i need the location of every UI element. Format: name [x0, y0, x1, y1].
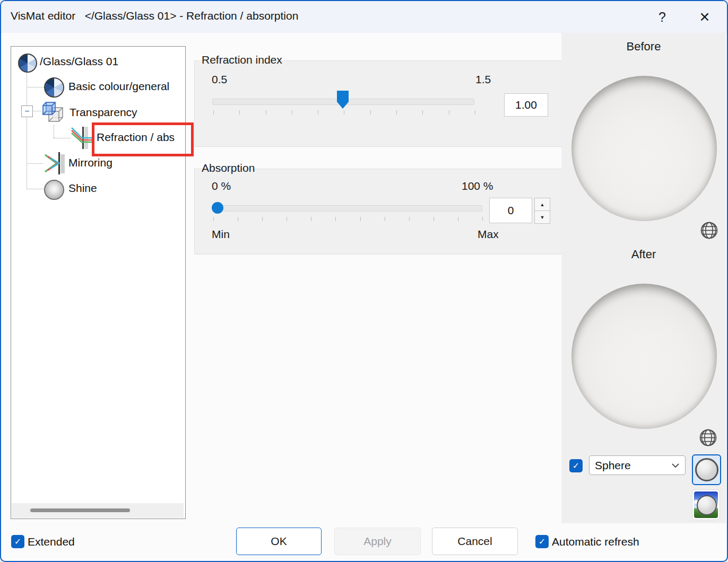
absorption-slider-thumb[interactable] [212, 202, 223, 214]
shine-sphere-icon [44, 180, 64, 200]
transparency-cubes-icon [41, 100, 65, 125]
spin-down-icon[interactable]: ▼ [534, 210, 550, 224]
absorption-min-caption: Min [212, 228, 230, 241]
preview-style-plain-button[interactable] [692, 454, 721, 485]
vismat-editor-window: VisMat editor </Glass/Glass 01> - Refrac… [0, 0, 728, 562]
tree-connector-line [54, 125, 54, 138]
absorption-scale-min: 0 % [212, 180, 231, 192]
mirroring-arrows-icon [43, 151, 65, 175]
extended-checkbox[interactable]: ✓ [11, 535, 24, 548]
tree-connector-line [54, 138, 71, 138]
preview-panel: Before After ✓ Sphere [561, 33, 726, 523]
help-icon[interactable]: ? [651, 8, 674, 26]
title-bar[interactable]: VisMat editor </Glass/Glass 01> - Refrac… [1, 1, 727, 33]
absorption-value-field[interactable]: 0 [489, 198, 532, 223]
basic-colour-pie-icon [44, 77, 64, 98]
apply-button: Apply [334, 528, 421, 555]
ok-button[interactable]: OK [236, 528, 322, 555]
tree-item-basic-colour[interactable]: Basic colour/general [68, 80, 169, 93]
refraction-highlight-annotation [92, 122, 194, 156]
globe-icon[interactable] [699, 221, 719, 240]
automatic-refresh-label: Automatic refresh [552, 535, 639, 548]
material-tree-panel: /Glass/Glass 01 Basic colour/general − T… [11, 46, 186, 519]
sphere-plain-icon [695, 458, 718, 481]
sphere-icon [697, 495, 717, 515]
material-pie-icon [18, 54, 37, 73]
tree-connector-line [27, 163, 43, 164]
chevron-down-icon [671, 463, 680, 468]
absorption-slider-ticks [213, 217, 483, 221]
refraction-slider-ticks [213, 110, 475, 115]
shape-select[interactable]: Sphere [589, 455, 686, 475]
tree-connector-line [27, 189, 44, 189]
after-label: After [561, 248, 726, 261]
tree-item-root[interactable]: /Glass/Glass 01 [40, 55, 118, 68]
refraction-scale-max: 1.5 [475, 73, 491, 86]
refraction-value-field[interactable]: 1.00 [504, 93, 548, 117]
automatic-refresh-checkbox[interactable]: ✓ [535, 535, 549, 548]
refraction-index-group: Refraction index 0.5 1.5 1.00 [194, 60, 562, 147]
refraction-slider-thumb[interactable] [337, 91, 349, 109]
shape-preview-checkbox[interactable]: ✓ [569, 459, 583, 472]
spin-up-icon[interactable]: ▲ [534, 198, 550, 211]
absorption-group-title: Absorption [199, 162, 257, 174]
shape-select-value: Sphere [595, 459, 631, 472]
absorption-max-caption: Max [478, 228, 499, 241]
absorption-slider-track[interactable] [212, 205, 482, 212]
extended-label: Extended [28, 535, 75, 548]
preview-style-scene-button[interactable] [692, 489, 720, 520]
tree-connector-line [27, 87, 45, 87]
tree-connector-line [32, 111, 41, 111]
before-preview-sphere [571, 76, 717, 221]
collapse-expander-icon[interactable]: − [21, 106, 33, 117]
tree-connector-line [27, 72, 27, 189]
absorption-scale-max: 100 % [462, 180, 493, 192]
window-title: VisMat editor </Glass/Glass 01> - Refrac… [11, 10, 298, 22]
refraction-group-title: Refraction index [199, 54, 285, 66]
tree-hscrollbar-thumb[interactable] [30, 508, 130, 512]
before-label: Before [561, 40, 726, 54]
tree-hscrollbar[interactable] [12, 503, 184, 518]
tree-item-shine[interactable]: Shine [68, 182, 97, 195]
cancel-button[interactable]: Cancel [432, 528, 518, 555]
refraction-scale-min: 0.5 [212, 73, 227, 86]
globe-icon[interactable] [698, 428, 718, 447]
after-preview-sphere [571, 284, 717, 429]
tree-item-transparency[interactable]: Transparency [70, 106, 137, 119]
tree-item-mirroring[interactable]: Mirroring [68, 156, 112, 169]
sphere-scene-icon [694, 491, 718, 518]
close-icon[interactable]: ✕ [693, 8, 716, 26]
refraction-rays-icon [71, 126, 94, 150]
absorption-group: Absorption 0 % 100 % Min Max 0 ▲ ▼ [194, 169, 562, 254]
